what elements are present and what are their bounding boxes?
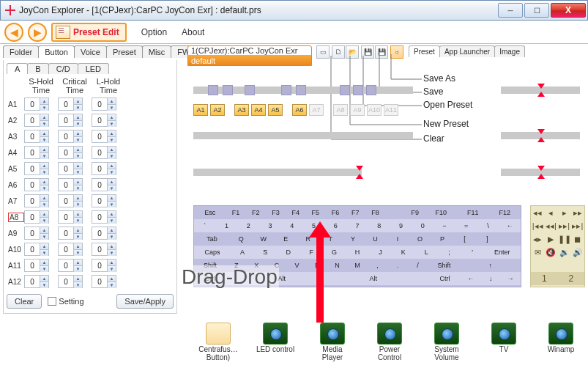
key-F1[interactable]: F1 — [226, 206, 246, 219]
key-0[interactable]: 0 — [412, 219, 433, 232]
app-power[interactable]: PowerControl — [369, 323, 410, 361]
menu-about[interactable]: About — [182, 27, 204, 37]
assign-a9[interactable]: A9 — [350, 104, 365, 116]
media-page-1[interactable]: 1 — [531, 272, 558, 285]
key-V[interactable]: V — [287, 259, 308, 272]
key-blank[interactable] — [409, 272, 429, 285]
assign-a11[interactable]: A11 — [384, 104, 398, 116]
assign-a2[interactable]: A2 — [210, 104, 225, 116]
media-btn[interactable]: 🔇 — [544, 246, 557, 259]
preset-file-tab[interactable]: 1(CPJexr):CarPC JoyCon Exr default — [187, 45, 312, 66]
assign-a10[interactable]: A10 — [367, 104, 382, 116]
save-apply-button[interactable]: Save/Apply — [116, 294, 174, 309]
app-tv[interactable]: TV — [483, 323, 524, 361]
setting-checkbox[interactable]: Setting — [48, 297, 83, 306]
key-Alt[interactable]: Alt — [357, 272, 390, 285]
key-F8[interactable]: F8 — [365, 206, 385, 219]
key-1[interactable]: 1 — [216, 219, 238, 232]
key-H[interactable]: H — [346, 246, 368, 259]
key-blank[interactable] — [385, 206, 405, 219]
key-K[interactable]: K — [392, 246, 414, 259]
assign-a4[interactable]: A4 — [251, 104, 266, 116]
left-tab-voice[interactable]: Voice — [74, 45, 107, 58]
open-preset-button[interactable]: 📂 — [346, 45, 359, 59]
assign-a8[interactable]: A8 — [333, 104, 348, 116]
key-\[interactable]: \ — [477, 219, 499, 232]
key-`[interactable]: ` — [194, 219, 216, 232]
app-winamp[interactable]: Winamp — [540, 323, 581, 361]
key-/[interactable]: / — [408, 259, 428, 272]
spinner-a11-0[interactable]: 0▲▼ — [24, 259, 49, 272]
spinner-a4-0[interactable]: 0▲▼ — [24, 146, 49, 159]
key-E[interactable]: E — [275, 232, 297, 246]
spinner-a10-0[interactable]: 0▲▼ — [24, 243, 49, 256]
key-F6[interactable]: F6 — [325, 206, 345, 219]
spinner-a3-0[interactable]: 0▲▼ — [24, 130, 49, 143]
media-btn[interactable]: ◼ — [571, 232, 584, 246]
spinner-a7-1[interactable]: 0▲▼ — [58, 194, 83, 207]
assign-a5[interactable]: A5 — [268, 104, 283, 116]
spinner-a3-1[interactable]: 0▲▼ — [58, 130, 83, 143]
spinner-a3-2[interactable]: 0▲▼ — [92, 130, 116, 143]
highlight-preset-button[interactable]: ☼ — [390, 45, 403, 59]
right-tab-preset[interactable]: Preset — [409, 45, 440, 57]
save-preset-button[interactable]: 💾 — [361, 45, 374, 59]
sub-tab-c-d[interactable]: C/D — [48, 63, 78, 74]
key-P[interactable]: P — [431, 232, 454, 246]
media-btn[interactable]: ◂▸ — [531, 232, 544, 246]
spinner-a2-2[interactable]: 0▲▼ — [92, 114, 116, 127]
key-J[interactable]: J — [369, 246, 392, 259]
media-btn[interactable]: 🔊 — [571, 246, 584, 259]
assign-a7[interactable]: A7 — [309, 104, 324, 116]
media-btn[interactable]: ▶ — [544, 232, 557, 246]
spinner-a1-0[interactable]: 0▲▼ — [24, 97, 49, 111]
save-as-preset-button[interactable]: 💾 — [375, 45, 388, 59]
key-F2[interactable]: F2 — [246, 206, 266, 219]
track-2b[interactable] — [501, 132, 580, 139]
key-blank[interactable] — [498, 232, 521, 246]
right-tab-image[interactable]: Image — [494, 45, 525, 57]
media-btn[interactable]: 🔉 — [558, 246, 571, 259]
spinner-a4-1[interactable]: 0▲▼ — [58, 146, 83, 159]
left-tab-preset[interactable]: Preset — [106, 45, 143, 58]
spinner-a8-0[interactable]: 0▲▼ — [24, 210, 49, 224]
key-'[interactable]: ' — [461, 246, 483, 259]
key-F7[interactable]: F7 — [346, 206, 365, 219]
spinner-a6-1[interactable]: 0▲▼ — [58, 178, 83, 191]
spinner-a8-2[interactable]: 0▲▼ — [92, 210, 116, 224]
key-Shift[interactable]: Shift — [428, 259, 460, 272]
key-=[interactable]: = — [455, 219, 477, 232]
key-F5[interactable]: F5 — [305, 206, 325, 219]
media-page-2[interactable]: 2 — [558, 272, 585, 285]
key-→[interactable]: → — [501, 272, 521, 285]
key-U[interactable]: U — [364, 232, 387, 246]
key-←[interactable]: ← — [499, 219, 521, 232]
key-A[interactable]: A — [231, 246, 253, 259]
key-blank[interactable] — [338, 272, 357, 285]
spinner-a4-2[interactable]: 0▲▼ — [92, 146, 116, 159]
key-blank[interactable] — [389, 272, 409, 285]
spinner-a12-2[interactable]: 0▲▼ — [92, 275, 116, 288]
key-;[interactable]: ; — [438, 246, 461, 259]
sub-tab-b[interactable]: B — [27, 63, 48, 74]
key-Caps[interactable]: Caps — [194, 246, 231, 259]
key-F9[interactable]: F9 — [405, 206, 425, 219]
key-↓[interactable]: ↓ — [481, 272, 501, 285]
spinner-a5-2[interactable]: 0▲▼ — [92, 162, 116, 175]
key-−[interactable]: − — [433, 219, 455, 232]
new-preset-button[interactable]: 🗋 — [332, 45, 345, 59]
media-btn[interactable]: ▸▸| — [558, 219, 571, 232]
media-btn[interactable]: ▸ — [558, 206, 571, 219]
close-button[interactable]: X — [551, 3, 586, 18]
spinner-a1-2[interactable]: 0▲▼ — [92, 97, 116, 111]
track-1b[interactable] — [501, 87, 580, 94]
key-9[interactable]: 9 — [390, 219, 412, 232]
media-btn[interactable]: ❚❚ — [558, 232, 571, 246]
spinner-a7-0[interactable]: 0▲▼ — [24, 194, 49, 207]
media-btn[interactable]: ◂◂ — [531, 206, 544, 219]
spinner-a12-1[interactable]: 0▲▼ — [58, 275, 83, 288]
key-3[interactable]: 3 — [259, 219, 281, 232]
key-blank[interactable] — [500, 259, 521, 272]
media-btn[interactable]: ✉ — [531, 246, 544, 259]
track-1[interactable] — [193, 87, 413, 94]
